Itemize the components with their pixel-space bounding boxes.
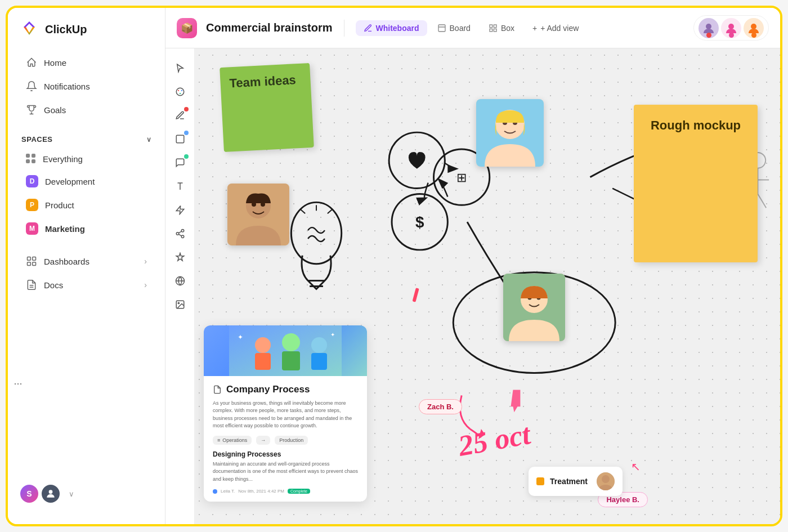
connector-tool-button[interactable] [169,199,191,221]
svg-rect-13 [490,29,492,32]
topbar-user-avatars [693,15,769,41]
doc-complete-badge: Complete [288,489,310,494]
shape-tool-button[interactable] [169,128,191,150]
bell-icon [26,81,37,92]
whiteboard-canvas[interactable]: ⊞ $ [165,48,780,524]
topbar-right [693,15,769,41]
sidebar-footer: S ∨ [8,475,165,513]
product-icon: P [26,199,38,211]
doc-author: Leila T. [221,489,235,494]
sidebar: ClickUp Home Notifications Goals Spaces … [8,8,165,524]
add-view-button[interactable]: + + Add view [525,20,586,36]
svg-point-21 [179,93,180,94]
cursor-indicator: ↖ [631,460,641,473]
trophy-icon [26,104,37,115]
pencil-icon [175,110,185,120]
docs-chevron-icon[interactable]: › [144,280,147,289]
document-card[interactable]: ✦ ✦ Company Process As your business gro… [204,325,367,502]
svg-text:⊞: ⊞ [456,171,467,185]
user-avatar-b[interactable] [41,484,61,504]
user-icon [45,488,56,499]
doc-tag-arrow: → [256,436,270,445]
svg-point-89 [602,475,610,483]
marketing-icon: M [26,222,38,235]
text-tool-button[interactable] [169,176,191,197]
treatment-label: Treatment [550,477,588,486]
svg-rect-65 [413,288,419,302]
user-avatar-s[interactable]: S [19,484,39,504]
person-face-3 [503,274,565,341]
docs-label: Docs [44,280,63,290]
svg-text:✦: ✦ [238,333,243,341]
topbar-user-1 [699,18,719,38]
sidebar-item-dashboards[interactable]: Dashboards › [12,250,160,272]
svg-line-38 [328,209,332,213]
topbar: 📦 Commercial brainstorm Whiteboard Board [165,8,780,48]
note-tool-button[interactable] [169,152,191,173]
goals-label: Goals [44,105,66,115]
sidebar-item-notifications[interactable]: Notifications [12,75,160,97]
left-toolbar [165,48,195,524]
tab-whiteboard[interactable]: Whiteboard [356,20,427,36]
add-icon: + [532,24,537,33]
sticky-note-yellow[interactable]: Rough mockup [634,105,758,262]
home-label: Home [44,58,66,68]
topbar-user-2 [721,18,741,38]
sidebar-item-docs[interactable]: Docs › [12,274,160,296]
user-status-dot-1 [706,33,711,38]
cursor-icon [175,63,185,73]
more-options-button[interactable]: ··· [8,373,28,394]
svg-point-18 [176,88,184,96]
treatment-color-box [536,477,544,485]
tab-box[interactable]: Box [481,20,522,36]
note-icon [175,158,185,168]
palette-tool-button[interactable] [169,81,191,102]
svg-rect-22 [176,135,184,143]
treatment-avatar [597,472,615,490]
spaces-chevron-icon[interactable]: ∨ [146,136,152,144]
globe-tool-button[interactable] [169,270,191,292]
globe-icon [175,276,185,286]
user-dropdown-icon[interactable]: ∨ [69,490,74,498]
logo-area[interactable]: ClickUp [8,19,165,51]
person-photo-3 [503,274,565,341]
svg-rect-11 [490,25,492,28]
doc-tag-operations: ≡ Operations [213,436,252,445]
sidebar-item-product[interactable]: P Product [12,194,160,216]
doc-title: Company Process [213,384,358,395]
whiteboard-icon [364,24,373,33]
sidebar-item-home[interactable]: Home [12,51,160,74]
share-tool-button[interactable] [169,223,191,244]
svg-line-39 [301,209,305,213]
marketing-label: Marketing [45,224,85,234]
palette-icon [175,87,185,97]
lightning-icon [175,205,185,215]
dashboards-label: Dashboards [44,257,89,266]
topbar-divider [344,20,344,37]
dashboards-chevron-icon[interactable]: › [144,257,147,266]
project-title: Commercial brainstorm [206,21,333,34]
pencil-tool-button[interactable] [169,105,191,126]
image-tool-button[interactable] [169,294,191,315]
cursor-tool-button[interactable] [169,57,191,79]
sidebar-item-goals[interactable]: Goals [12,99,160,121]
dashboards-icon [26,256,37,267]
text-icon [175,181,185,191]
treatment-card[interactable]: Treatment [529,467,623,496]
svg-rect-12 [494,25,496,28]
sparkle-tool-button[interactable] [169,247,191,268]
tab-board[interactable]: Board [429,20,478,36]
svg-point-43 [392,194,447,249]
home-icon [26,57,37,68]
sidebar-item-marketing[interactable]: M Marketing [12,217,160,240]
doc-footer-dot [213,489,217,494]
svg-point-34 [291,202,341,263]
sticky-note-green[interactable]: Team ideas [220,63,314,152]
clickup-logo-icon [19,19,39,39]
sidebar-item-development[interactable]: D Development [12,170,160,193]
sidebar-item-everything[interactable]: Everything [12,149,160,169]
doc-date: Nov 8th, 2021 4:42 PM [238,489,284,494]
spaces-label: Spaces [21,135,53,144]
svg-point-15 [706,24,711,29]
svg-rect-81 [255,353,271,370]
